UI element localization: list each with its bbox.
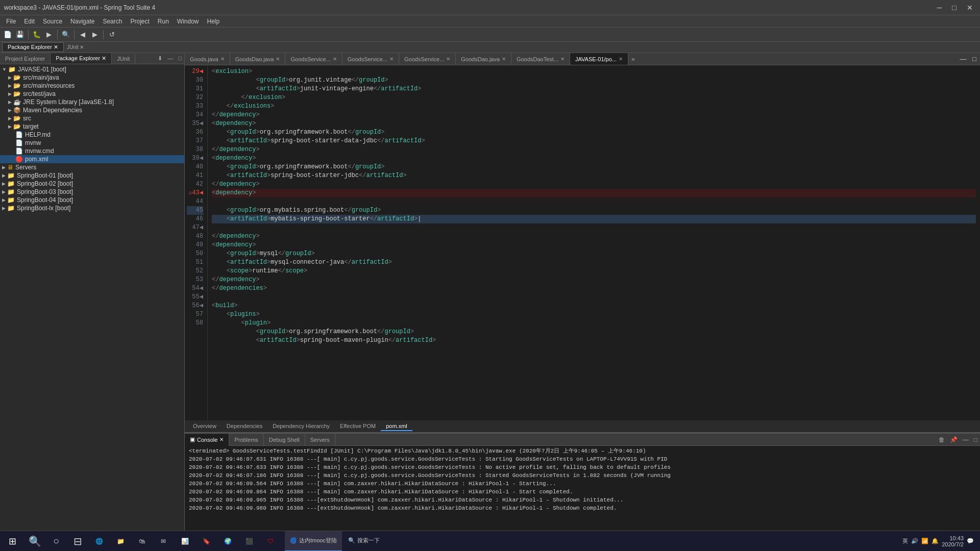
tab-close-icon[interactable]: ✕: [446, 56, 450, 62]
tab-pom-xml[interactable]: JAVASE-01/po... ✕: [570, 53, 628, 65]
action-center-icon[interactable]: 💬: [967, 538, 974, 544]
analytics-icon[interactable]: 📊: [175, 531, 195, 552]
tab-goods-java[interactable]: Goods.java ✕: [185, 53, 230, 65]
tab-project-explorer[interactable]: Package Explorer ✕: [2, 42, 64, 52]
explorer-icon[interactable]: 📁: [110, 531, 131, 552]
forward-button[interactable]: ▶: [89, 29, 101, 40]
tab-close-icon[interactable]: ✕: [619, 56, 623, 62]
tab-goods-service-2[interactable]: GoodsService... ✕: [342, 53, 399, 65]
taskbar-app-search[interactable]: 🔍 搜索一下: [343, 531, 385, 552]
tab-close-icon[interactable]: ✕: [389, 56, 394, 62]
back-button[interactable]: ◀: [77, 29, 88, 40]
tree-item-srctestjava[interactable]: ▶ 📂 src/test/java: [0, 90, 184, 98]
menu-source[interactable]: Source: [39, 17, 66, 26]
tab-close-icon[interactable]: ✕: [220, 56, 225, 62]
globe-icon[interactable]: 🌍: [217, 531, 238, 552]
view-tab-dependency-hierarchy[interactable]: Dependency Hierarchy: [267, 422, 335, 431]
view-tab-pom-xml[interactable]: pom.xml: [381, 422, 412, 431]
tab-goods-dao-test[interactable]: GoodsDaoTest... ✕: [511, 53, 570, 65]
tab-problems[interactable]: Problems: [229, 434, 263, 446]
pin-console-icon[interactable]: 📌: [947, 435, 960, 444]
store-icon[interactable]: 🛍: [132, 531, 152, 552]
minimize-button[interactable]: ─: [934, 4, 945, 12]
code-content[interactable]: <exclusion> <groupId>org.junit.vintage</…: [208, 65, 980, 420]
tab-goods-dao-java[interactable]: GoodsDao.java ✕: [230, 53, 286, 65]
tree-item-springboot03[interactable]: ▶ 📁 SpringBoot-03 [boot]: [0, 188, 184, 196]
minimize-panel-icon[interactable]: —: [165, 53, 176, 64]
tab-debug-shell[interactable]: Debug Shell: [264, 434, 305, 446]
menu-file[interactable]: File: [2, 17, 20, 26]
search-icon-taskbar[interactable]: 🔍: [24, 531, 45, 552]
collapse-icon[interactable]: ⬇: [155, 53, 165, 64]
task-view-icon[interactable]: ⊟: [67, 531, 88, 552]
tab-close-icon[interactable]: ✕: [276, 56, 280, 62]
save-button[interactable]: 💾: [14, 29, 26, 40]
maximize-console-icon[interactable]: □: [971, 435, 980, 444]
menu-search[interactable]: Search: [99, 17, 126, 26]
menu-edit[interactable]: Edit: [20, 17, 39, 26]
tab-console[interactable]: ▣ Console ✕: [185, 434, 229, 446]
volume-icon[interactable]: 🔊: [911, 538, 918, 544]
tab-package-explorer[interactable]: Package Explorer ✕: [51, 53, 112, 64]
menu-run[interactable]: Run: [154, 17, 173, 26]
terminal-icon[interactable]: ⬛: [239, 531, 259, 552]
maximize-editor-button[interactable]: □: [969, 54, 980, 65]
menu-navigate[interactable]: Navigate: [66, 17, 99, 26]
tree-item-pomxml[interactable]: 🔴 pom.xml: [0, 155, 184, 163]
debug-button[interactable]: 🐛: [31, 29, 42, 40]
tab-goods-service-3[interactable]: GoodsService... ✕: [399, 53, 456, 65]
maximize-button[interactable]: □: [949, 4, 960, 12]
tree-item-mvnw[interactable]: 📄 mvnw: [0, 139, 184, 147]
antivirus-icon[interactable]: 🛡: [260, 531, 281, 552]
tree-item-maven[interactable]: ▶ 📦 Maven Dependencies: [0, 106, 184, 114]
perspective-tab-junit[interactable]: JUnit ✕: [65, 44, 86, 50]
tab-project-explorer[interactable]: Project Explorer: [0, 54, 51, 64]
window-controls[interactable]: ─ □ ✕: [934, 4, 976, 12]
view-tab-dependencies[interactable]: Dependencies: [222, 422, 267, 431]
tab-goods-service-1[interactable]: GoodsService... ✕: [285, 53, 342, 65]
view-tab-effective-pom[interactable]: Effective POM: [335, 422, 381, 431]
menu-help[interactable]: Help: [203, 17, 224, 26]
close-button[interactable]: ✕: [964, 4, 976, 12]
tab-close-icon[interactable]: ✕: [560, 56, 565, 62]
tree-item-target[interactable]: ▶ 📂 target: [0, 122, 184, 131]
clock[interactable]: 10:43 2020/7/2: [942, 535, 964, 547]
code-editor[interactable]: 29◀ 30 31 32 33 34 35◀ 36 37 38 39◀ 40 4…: [185, 65, 980, 420]
notification-icon[interactable]: 🔔: [932, 538, 939, 544]
mail-icon[interactable]: ✉: [153, 531, 174, 552]
bookmark-icon[interactable]: 🔖: [196, 531, 216, 552]
clear-console-icon[interactable]: 🗑: [936, 435, 947, 444]
tree-item-springboot02[interactable]: ▶ 📁 SpringBoot-02 [boot]: [0, 180, 184, 188]
cortana-icon[interactable]: ○: [46, 531, 66, 552]
menu-project[interactable]: Project: [126, 17, 153, 26]
tab-goods-dao-java-2[interactable]: GoodsDao.java ✕: [456, 53, 511, 65]
tree-item-srcmainresources[interactable]: ▶ 📂 src/main/resources: [0, 82, 184, 90]
search-toolbar-button[interactable]: 🔍: [60, 29, 71, 40]
taskbar-app-eclipse[interactable]: 🌀 达内tmooc登陆: [285, 531, 342, 552]
new-button[interactable]: 📄: [2, 29, 13, 40]
tab-overflow-button[interactable]: »: [628, 56, 638, 63]
view-tab-overview[interactable]: Overview: [188, 422, 222, 431]
tab-close-icon[interactable]: ✕: [333, 56, 337, 62]
tree-item-src[interactable]: ▶ 📂 src: [0, 114, 184, 122]
lang-icon[interactable]: 英: [902, 537, 908, 545]
run-button[interactable]: ▶: [43, 29, 55, 40]
tree-item-springbootlx[interactable]: ▶ 📁 SpringBoot-lx [boot]: [0, 204, 184, 212]
tree-item-mvnwcmd[interactable]: 📄 mvnw.cmd: [0, 147, 184, 155]
tab-junit[interactable]: JUnit: [112, 54, 135, 64]
tree-item-springboot01[interactable]: ▶ 📁 SpringBoot-01 [boot]: [0, 171, 184, 180]
network-icon[interactable]: 📶: [921, 538, 928, 544]
tree-item-javase01[interactable]: ▼ 📁 JAVASE-01 [boot]: [0, 65, 184, 73]
refresh-button[interactable]: ↺: [106, 29, 117, 40]
menu-window[interactable]: Window: [173, 17, 203, 26]
edge-icon[interactable]: 🌐: [89, 531, 109, 552]
tab-servers[interactable]: Servers: [305, 434, 335, 446]
tree-item-servers[interactable]: ▶ 🖥 Servers: [0, 163, 184, 171]
tab-close-icon[interactable]: ✕: [219, 437, 224, 442]
start-button[interactable]: ⊞: [2, 531, 22, 552]
tree-item-springboot04[interactable]: ▶ 📁 SpringBoot-04 [boot]: [0, 196, 184, 204]
maximize-panel-icon[interactable]: □: [176, 53, 184, 64]
tree-item-helpmd[interactable]: 📄 HELP.md: [0, 131, 184, 139]
tree-item-jre[interactable]: ▶ ☕ JRE System Library [JavaSE-1.8]: [0, 98, 184, 106]
tab-close-icon[interactable]: ✕: [502, 56, 506, 62]
